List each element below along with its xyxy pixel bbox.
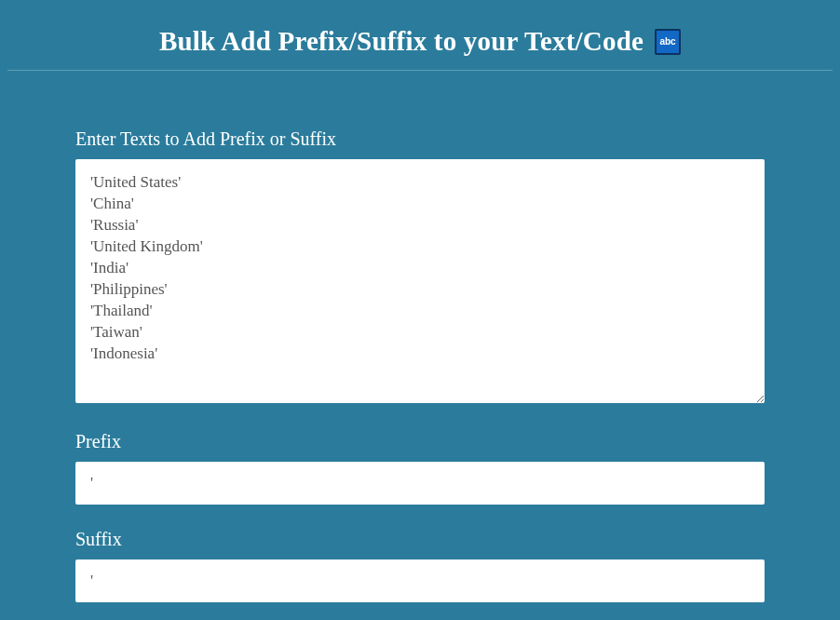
prefix-label: Prefix [75, 431, 765, 452]
text-input[interactable] [75, 159, 765, 403]
main-form: Enter Texts to Add Prefix or Suffix Pref… [75, 71, 765, 620]
prefix-input[interactable] [75, 462, 765, 505]
suffix-input[interactable] [75, 559, 765, 602]
header: Bulk Add Prefix/Suffix to your Text/Code… [0, 0, 840, 70]
textarea-group: Enter Texts to Add Prefix or Suffix [75, 128, 765, 407]
textarea-label: Enter Texts to Add Prefix or Suffix [75, 128, 765, 150]
page-title: Bulk Add Prefix/Suffix to your Text/Code [159, 26, 644, 57]
prefix-group: Prefix [75, 431, 765, 505]
suffix-group: Suffix [75, 529, 765, 602]
abc-icon: abc [655, 29, 681, 55]
suffix-label: Suffix [75, 529, 765, 550]
